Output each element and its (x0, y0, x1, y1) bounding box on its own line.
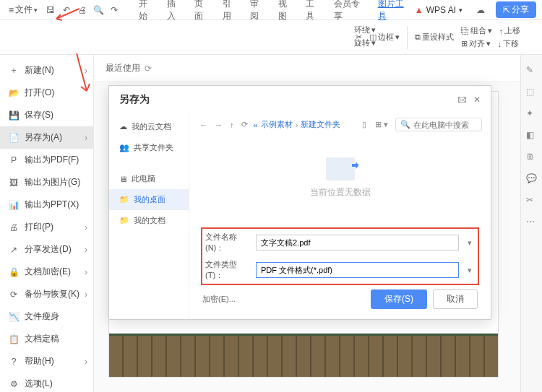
view-grid-icon[interactable]: ⊞ ▾ (374, 118, 390, 131)
rs-pencil-icon[interactable]: ✎ (526, 65, 538, 77)
dialog-sidebar-item-4[interactable]: 📁我的文档 (109, 210, 189, 231)
dialog-sidebar-item-2[interactable]: 🖥此电脑 (109, 168, 189, 189)
file-menu-item-9[interactable]: 🔒文档加密(E)› (0, 261, 93, 283)
share-button[interactable]: ⇱ 分享 (496, 1, 536, 18)
menu-label: 文件瘦身 (25, 310, 59, 323)
tab-tools[interactable]: 工具 (306, 0, 322, 22)
file-menu-item-5[interactable]: 🖼输出为图片(G) (0, 171, 93, 193)
redo-icon[interactable]: ↷ (108, 4, 120, 16)
rs-clip-icon[interactable]: ✂ (526, 195, 538, 206)
rs-layers-icon[interactable]: ◧ (526, 130, 538, 141)
nav-back-icon[interactable]: ← (198, 119, 209, 131)
dialog-sidebar-item-3[interactable]: 📁我的桌面 (109, 189, 189, 210)
filetype-label: 文件类型(T)： (205, 259, 250, 281)
rs-sparkle-icon[interactable]: ✦ (526, 108, 538, 120)
nav-refresh-icon[interactable]: ⟳ (240, 118, 249, 131)
rs-more-icon[interactable]: ⋯ (526, 217, 538, 228)
search-input[interactable] (413, 121, 478, 129)
dialog-sidebar-item-1[interactable]: 👥共享文件夹 (109, 137, 189, 158)
menu-icon: 🖼 (9, 178, 19, 188)
filename-label: 文件名称(N)： (205, 232, 250, 253)
highlighted-fields: 文件名称(N)： ▾ 文件类型(T)： ▾ (201, 227, 479, 285)
menu-label: 文档定稿 (25, 333, 59, 345)
file-menu-item-3[interactable]: 📄另存为(A)› (0, 126, 93, 149)
menu-icon: 📉 (9, 312, 19, 322)
close-icon[interactable]: ✕ (473, 95, 481, 105)
sidebar-icon: 📁 (119, 216, 129, 225)
nav-forward-icon[interactable]: → (213, 119, 224, 131)
recent-header: 最近使用 ⟳ (94, 55, 520, 82)
breadcrumb[interactable]: « 示例素材 › 新建文件夹 (254, 119, 341, 130)
wps-ai-button[interactable]: ▲ WPS AI ▾ (415, 5, 463, 15)
tab-vip[interactable]: 会员专享 (334, 0, 366, 22)
tab-ref[interactable]: 引用 (223, 0, 239, 22)
file-menu-item-8[interactable]: ↗分享发送(D)› (0, 238, 93, 261)
dialog-sidebar-item-0[interactable]: ☁我的云文档 (109, 116, 189, 137)
menu-label: 输出为图片(G) (25, 176, 80, 188)
rs-select-icon[interactable]: ⬚ (526, 87, 538, 98)
save-as-dialog: 另存为 🖂 ✕ ☁我的云文档👥共享文件夹🖥此电脑📁我的桌面📁我的文档 ← → ↑… (108, 85, 491, 320)
file-menu-item-13[interactable]: ?帮助(H)› (0, 350, 93, 373)
encrypt-link[interactable]: 加密(E)... (202, 294, 236, 305)
sidebar-label: 我的文档 (134, 215, 165, 226)
file-menu-item-12[interactable]: 📋文档定稿 (0, 328, 93, 350)
dialog-sidebar: ☁我的云文档👥共享文件夹🖥此电脑📁我的桌面📁我的文档 (109, 113, 189, 319)
feedback-icon[interactable]: 🖂 (457, 95, 466, 105)
ribbon-movedown[interactable]: ↓ 下移 (498, 38, 520, 49)
dialog-title: 另存为 (119, 93, 457, 106)
sidebar-icon: 🖥 (119, 175, 127, 183)
filename-dropdown-icon[interactable]: ▾ (465, 238, 475, 248)
save-button[interactable]: 保存(S) (371, 289, 427, 309)
empty-folder-icon (326, 157, 355, 180)
menu-label: 打开(O) (25, 87, 54, 99)
tab-insert[interactable]: 插入 (167, 0, 184, 22)
cloud-icon[interactable]: ☁ (474, 4, 487, 17)
file-menu-item-2[interactable]: 💾保存(S) (0, 104, 93, 126)
cancel-button[interactable]: 取消 (433, 289, 478, 309)
preview-icon[interactable]: 🔍 (93, 4, 104, 16)
ribbon-reset-style[interactable]: ⧉ 重设样式 (415, 32, 454, 43)
menu-label: 另存为(A) (25, 131, 62, 144)
menu-icon: 🖨 (9, 222, 19, 232)
nav-up-icon[interactable]: ↑ (228, 119, 236, 131)
refresh-icon[interactable]: ⟳ (145, 64, 152, 74)
tab-image-tools[interactable]: 图片工具 (378, 0, 410, 22)
file-menu-item-11[interactable]: 📉文件瘦身 (0, 305, 93, 328)
save-icon[interactable]: 🖫 (45, 4, 56, 16)
tab-start[interactable]: 开始 (139, 0, 155, 22)
menu-icon: 💾 (9, 110, 19, 121)
tab-review[interactable]: 审阅 (250, 0, 267, 22)
file-menu-item-10[interactable]: ⟳备份与恢复(K)› (0, 283, 93, 305)
menu-label: 输出为PPT(X) (25, 199, 79, 211)
rs-chat-icon[interactable]: 💬 (526, 173, 538, 185)
file-menu-item-1[interactable]: 📂打开(O) (0, 82, 93, 104)
view-list-icon[interactable]: ▯ (361, 118, 368, 131)
ribbon-moveup[interactable]: ↑ 上移 (499, 25, 521, 36)
sidebar-label: 我的云文档 (132, 121, 171, 132)
file-menu-item-14[interactable]: ⚙选项(L) (0, 373, 93, 392)
menu-label: 选项(L) (25, 378, 53, 390)
filetype-dropdown-icon[interactable]: ▾ (465, 266, 475, 275)
filename-input[interactable] (256, 235, 459, 251)
file-menu-item-0[interactable]: ＋新建(N)› (0, 59, 93, 82)
rs-doc-icon[interactable]: 🗎 (526, 152, 538, 163)
file-menu-item-6[interactable]: 📊输出为PPT(X) (0, 193, 93, 216)
ribbon-wrap[interactable]: 环绕 ▾ (354, 25, 376, 35)
ribbon-align[interactable]: ⊞ 对齐 ▾ (461, 38, 491, 49)
search-box[interactable]: 🔍 (395, 118, 482, 131)
menu-label: 输出为PDF(F) (25, 154, 79, 166)
ribbon-rotate[interactable]: 旋转 ▾ (354, 38, 376, 48)
undo-icon[interactable]: ↶ (61, 4, 72, 16)
tab-page[interactable]: 页面 (194, 0, 211, 22)
sidebar-icon: 👥 (119, 143, 129, 152)
file-menu-button[interactable]: ≡ 文件 ▾ (6, 2, 40, 17)
menu-icon: ＋ (9, 66, 19, 76)
print-icon[interactable]: 🖨 (77, 4, 88, 16)
ribbon-group[interactable]: ⿻ 组合 ▾ (461, 25, 492, 36)
file-menu-item-4[interactable]: P输出为PDF(F) (0, 149, 93, 171)
file-menu-item-7[interactable]: 🖨打印(P)› (0, 216, 93, 238)
tab-view[interactable]: 视图 (278, 0, 295, 22)
chevron-right-icon: › (85, 222, 87, 232)
file-list-area: 当前位置无数据 (189, 136, 491, 220)
filetype-select[interactable] (256, 262, 459, 278)
